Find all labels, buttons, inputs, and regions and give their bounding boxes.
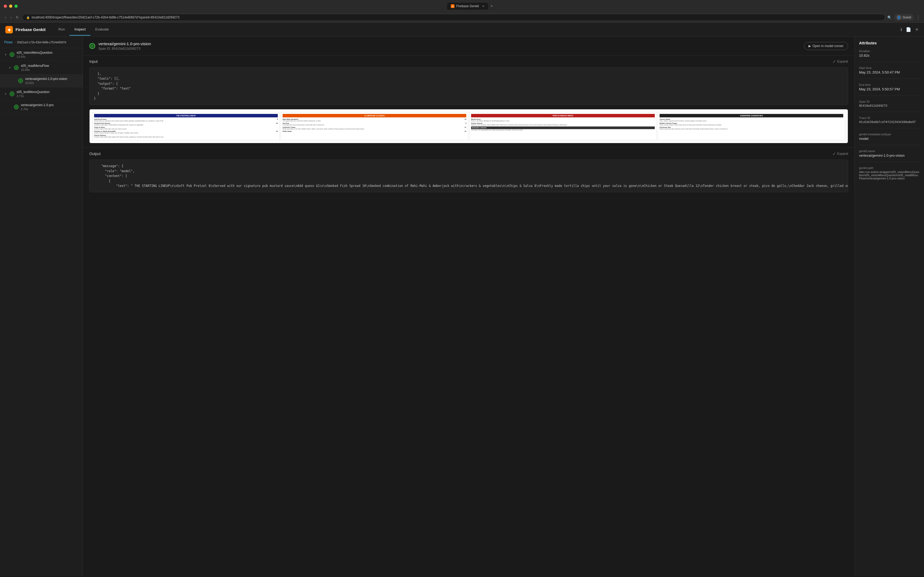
traffic-light-close[interactable] <box>4 5 7 8</box>
menu-item-burgers-wraps: BURGERS & WRAPS Our fresh ½ lb. beef pat… <box>471 126 655 131</box>
attr-divider-2 <box>859 95 920 96</box>
menu-image-container: THE STARTING LINEUP 8 Soft Pub Pretzel S… <box>89 109 848 143</box>
nav-inspect[interactable]: Inspect <box>69 24 90 35</box>
tab-label: Firebase Genkit <box>456 4 479 8</box>
attr-value-span-id: 85410a912d269273 <box>859 104 920 108</box>
attr-metadata-subtype: genkit:metadata:subtype model <box>859 133 920 141</box>
sidebar-item-text-question[interactable]: ▼ s05_textMenuQuestion 2.73s <box>0 87 83 100</box>
span-title-block: vertexai/gemini-1.0-pro-vision Span ID: … <box>98 42 801 50</box>
sidebar-item-gemini-pro[interactable]: vertexai/gemini-1.0-pro 2.70s <box>0 100 83 114</box>
input-expand-label: Expand <box>837 60 848 63</box>
breadcrumb: Flows › 20d21acf-c72b-42b4-8d9b-c7514e60… <box>0 37 83 48</box>
menu-item-hotdog: 9 Hot Dog Footlong frank served with pic… <box>283 122 466 126</box>
breadcrumb-current: 20d21acf-c72b-42b4-8d9b-c7514e60fd7d <box>17 41 66 44</box>
attr-value-end: May 23, 2024, 5:50:57 PM <box>859 87 920 91</box>
back-button[interactable]: ‹ <box>4 15 7 20</box>
output-expand-label: Expand <box>837 152 848 156</box>
menu-item-italian: Classic Italian Ham, salami, capicola wi… <box>660 118 843 122</box>
traffic-light-fullscreen[interactable] <box>14 5 18 8</box>
more-button[interactable]: ⋮ <box>916 15 920 20</box>
attr-value-duration: 10.82s <box>859 53 920 58</box>
account-label: Guest <box>903 16 911 19</box>
open-runner-button[interactable]: Open in model runner <box>804 42 848 50</box>
input-code-block: }, "tools": [], "output": { "format": "t… <box>89 68 848 105</box>
menu-item-mahi: 15 Mahi-Mahi Sandwich The largest Mahi w… <box>283 118 466 122</box>
status-dot-4 <box>14 105 19 110</box>
app-logo: ◈ Firebase Genkit <box>5 26 46 34</box>
input-code: }, "tools": [], "output": { "format": "t… <box>94 71 844 101</box>
tab-favicon: G <box>451 4 454 8</box>
menu-section-submarine: SUBMARINE SANDWICHES Classic Italian Ham… <box>658 112 845 140</box>
sidebar: Flows › 20d21acf-c72b-42b4-8d9b-c7514e60… <box>0 37 83 575</box>
attr-divider-0 <box>859 62 920 62</box>
sidebar-item-read-menu[interactable]: ▼ s05_readMenuFlow 10.89s <box>0 61 83 74</box>
item-info-1: s05_readMenuFlow 10.89s <box>21 64 78 71</box>
address-bar[interactable]: 🔒 localhost:4000/inspect/flows/dev/20d21… <box>22 14 885 21</box>
settings-icon[interactable]: ☀ <box>915 27 919 32</box>
tab-close-btn[interactable]: ✕ <box>482 5 485 8</box>
item-info-4: vertexai/gemini-1.0-pro 2.70s <box>21 103 78 111</box>
breadcrumb-flows-link[interactable]: Flows <box>4 40 13 44</box>
browser-actions: 🔍 👤 Guest ⋮ <box>887 14 920 21</box>
item-name-1: s05_readMenuFlow <box>21 64 78 68</box>
url-text: localhost:4000/inspect/flows/dev/20d21ac… <box>32 16 179 19</box>
attr-value-trace-id: 41c61639a9b7cd74f2323434100a8e97 <box>859 120 920 124</box>
right-panel: Attributes Duration 10.82s Start time Ma… <box>855 37 924 575</box>
traffic-light-minimize[interactable] <box>9 5 12 8</box>
menu-section-title-1: CLUBHOUSE CLASSICS <box>283 114 466 118</box>
nav-links: Run Inspect Evaluate <box>54 24 114 35</box>
menu-item-parmesan-sub: Parmesan Sub Baked submarine with marina… <box>660 126 843 130</box>
expand-icon: ⤢ <box>832 60 836 64</box>
attr-genkit-name: genkit:name vertexai/gemini-1.0-pro-visi… <box>859 150 920 158</box>
menu-item-chips-salsa: Chips & Salsa Freshly made tortilla chip… <box>94 126 278 130</box>
browser-tab[interactable]: G Firebase Genkit ✕ <box>447 3 488 10</box>
attr-value-genkit-name: vertexai/gemini-1.0-pro-vision <box>859 153 920 158</box>
address-bar-row: ‹ › ↻ 🔒 localhost:4000/inspect/flows/dev… <box>0 12 924 23</box>
input-section: Input ⤢ Expand }, "tools": [], "output":… <box>83 56 855 148</box>
nav-evaluate[interactable]: Evaluate <box>90 24 114 35</box>
attr-label-end: End time <box>859 83 920 86</box>
status-dot-0 <box>10 52 14 57</box>
output-code-block: "message": { "role": "model", "content":… <box>89 160 848 192</box>
app-name: Firebase Genkit <box>16 27 46 32</box>
attr-label-genkit-path: genkit:path <box>859 166 920 169</box>
attr-value-subtype: model <box>859 137 920 141</box>
expand-toggle-0[interactable]: ▼ <box>4 53 8 56</box>
top-nav: ◈ Firebase Genkit Run Inspect Evaluate ℹ… <box>0 23 924 37</box>
attr-label-genkit-name: genkit:name <box>859 150 920 153</box>
item-duration-3: 2.73s <box>16 94 78 98</box>
info-icon[interactable]: ℹ <box>900 27 902 32</box>
sidebar-item-gemini-vision[interactable]: vertexai/gemini-1.0-pro-vision 10.82s <box>0 74 83 87</box>
attr-trace-id: Trace ID 41c61639a9b7cd74f2323434100a8e9… <box>859 116 920 124</box>
menu-section-starting-lineup: THE STARTING LINEUP 8 Soft Pub Pretzel S… <box>92 112 280 140</box>
span-id: Span ID: 85410a912d269273 <box>98 47 801 50</box>
expand-toggle-3[interactable]: ▼ <box>4 92 8 95</box>
new-tab-button[interactable]: + <box>490 4 493 8</box>
attr-start-time: Start time May 23, 2024, 5:50:47 PM <box>859 66 920 74</box>
app-layout: ◈ Firebase Genkit Run Inspect Evaluate ℹ… <box>0 23 924 575</box>
account-button[interactable]: 👤 Guest <box>894 14 914 21</box>
output-section-header: Output ⤢ Expand <box>83 148 855 160</box>
open-runner-label: Open in model runner <box>813 44 844 48</box>
attr-divider-1 <box>859 79 920 79</box>
forward-button[interactable]: › <box>10 15 13 20</box>
item-info-0: s05_visionMenuQuestion 13.64s <box>16 51 78 58</box>
item-duration-1: 10.89s <box>21 68 78 71</box>
sidebar-item-vision-question[interactable]: ▼ s05_visionMenuQuestion 13.64s <box>0 48 83 61</box>
menu-item-fusion-sauces: Fusion Sauces Medium | Hot | Nuclear | H… <box>471 122 655 126</box>
input-expand-button[interactable]: ⤢ Expand <box>832 60 848 64</box>
menu-section-clubhouse: CLUBHOUSE CLASSICS 15 Mahi-Mahi Sandwich… <box>281 112 468 140</box>
attr-divider-6 <box>859 162 920 162</box>
expand-toggle-1[interactable]: ▼ <box>8 66 12 69</box>
item-duration-2: 10.82s <box>25 81 78 84</box>
menu-section-title-0: THE STARTING LINEUP <box>94 114 278 118</box>
nav-run[interactable]: Run <box>54 24 70 35</box>
search-icon[interactable]: 🔍 <box>887 16 892 19</box>
main-content: Flows › 20d21acf-c72b-42b4-8d9b-c7514e60… <box>0 37 924 575</box>
output-expand-button[interactable]: ⤢ Expand <box>832 152 848 156</box>
reload-button[interactable]: ↻ <box>15 15 20 20</box>
span-status-icon <box>89 43 95 49</box>
menu-item-nachos: Classic Nachos Freshly made tortilla chi… <box>94 134 278 138</box>
item-info-2: vertexai/gemini-1.0-pro-vision 10.82s <box>25 77 78 84</box>
document-icon[interactable]: 📄 <box>906 27 911 32</box>
